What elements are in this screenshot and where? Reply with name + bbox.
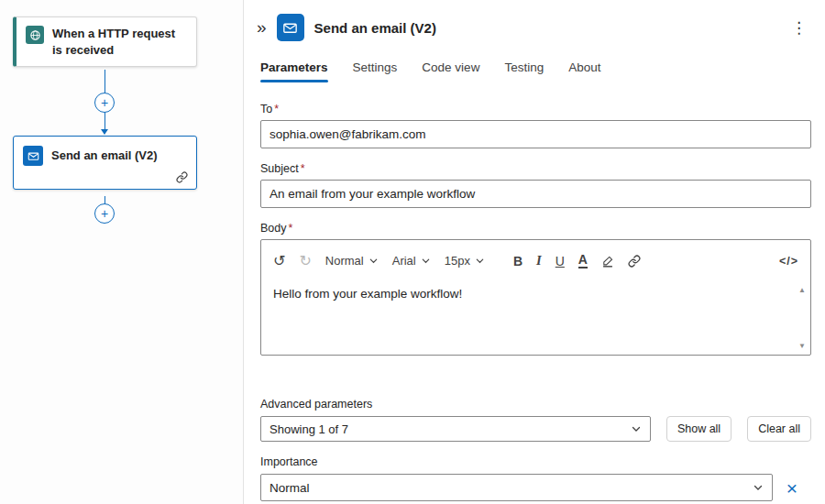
collapse-panel-icon[interactable]: »	[257, 18, 267, 38]
chevron-down-icon	[368, 256, 379, 266]
action-details-panel: » Send an email (V2) ⋮ Parameters Settin…	[243, 0, 825, 504]
panel-tabs: Parameters Settings Code view Testing Ab…	[244, 41, 825, 82]
more-menu-icon[interactable]: ⋮	[787, 18, 810, 38]
to-input[interactable]	[260, 120, 811, 148]
advanced-parameters-row: Showing 1 of 7 Show all Clear all	[260, 416, 811, 442]
code-view-icon[interactable]: </>	[779, 255, 798, 268]
http-request-icon	[26, 26, 44, 44]
trigger-card-label: When a HTTP request is received	[52, 26, 187, 58]
plus-icon: +	[101, 207, 108, 220]
tab-settings[interactable]: Settings	[353, 60, 398, 82]
trigger-card-http-request[interactable]: When a HTTP request is received	[13, 16, 197, 67]
chevron-down-icon	[753, 482, 764, 493]
importance-row: Normal ×	[260, 474, 811, 501]
bold-icon[interactable]: B	[513, 254, 522, 268]
tab-testing[interactable]: Testing	[504, 60, 544, 82]
required-asterisk: *	[289, 222, 293, 235]
insert-step-button-2[interactable]: +	[94, 203, 115, 224]
subject-field-label: Subject*	[260, 162, 811, 175]
italic-icon[interactable]: I	[536, 253, 542, 268]
chevron-down-icon	[631, 423, 642, 434]
chevron-down-icon	[475, 256, 485, 266]
remove-importance-icon[interactable]: ×	[773, 478, 811, 498]
font-size-dropdown[interactable]: 15px	[445, 254, 485, 268]
paragraph-style-dropdown[interactable]: Normal	[325, 254, 379, 268]
advanced-parameters-dropdown[interactable]: Showing 1 of 7	[260, 416, 651, 442]
tab-about[interactable]: About	[568, 60, 600, 82]
required-asterisk: *	[274, 103, 279, 115]
importance-dropdown[interactable]: Normal	[260, 474, 773, 501]
redo-icon[interactable]: ↻	[299, 252, 311, 269]
panel-header: » Send an email (V2) ⋮	[244, 0, 825, 41]
subject-input[interactable]	[260, 180, 811, 208]
panel-title: Send an email (V2)	[314, 20, 436, 36]
undo-icon[interactable]: ↺	[273, 252, 285, 269]
outlook-icon	[23, 146, 43, 166]
connector-arrow	[101, 129, 108, 135]
workflow-canvas: When a HTTP request is received + Send a…	[0, 0, 243, 504]
required-asterisk: *	[301, 162, 305, 175]
parameters-form: To* Subject* Body* ↺ ↻ Normal Arial	[244, 82, 825, 501]
action-card-label: Send an email (V2)	[51, 148, 158, 164]
editor-toolbar: ↺ ↻ Normal Arial 15px B I U A	[261, 240, 810, 281]
tab-parameters[interactable]: Parameters	[260, 60, 328, 82]
scroll-down-icon[interactable]: ▼	[798, 342, 806, 350]
font-family-dropdown[interactable]: Arial	[392, 254, 431, 268]
insert-step-button-1[interactable]: +	[94, 93, 115, 113]
insert-link-icon[interactable]	[628, 255, 641, 268]
tab-code-view[interactable]: Code view	[422, 60, 479, 82]
show-all-button[interactable]: Show all	[666, 416, 732, 442]
font-color-icon[interactable]: A	[578, 253, 588, 268]
chevron-down-icon	[421, 256, 431, 266]
underline-icon[interactable]: U	[556, 254, 565, 268]
clear-all-button[interactable]: Clear all	[747, 416, 811, 442]
importance-label: Importance	[260, 455, 811, 468]
advanced-parameters-label: Advanced parameters	[260, 398, 811, 411]
highlight-icon[interactable]	[601, 255, 614, 268]
scroll-up-icon[interactable]: ▲	[798, 286, 806, 294]
action-card-send-email[interactable]: Send an email (V2)	[13, 136, 197, 190]
outlook-icon	[277, 14, 304, 41]
connection-link-icon[interactable]	[176, 171, 188, 183]
body-editor-content[interactable]: Hello from your example workflow!	[261, 281, 810, 306]
plus-icon: +	[101, 96, 108, 109]
body-field-label: Body*	[260, 222, 811, 235]
to-field-label: To*	[260, 103, 811, 115]
body-rich-text-editor: ↺ ↻ Normal Arial 15px B I U A	[260, 239, 811, 356]
